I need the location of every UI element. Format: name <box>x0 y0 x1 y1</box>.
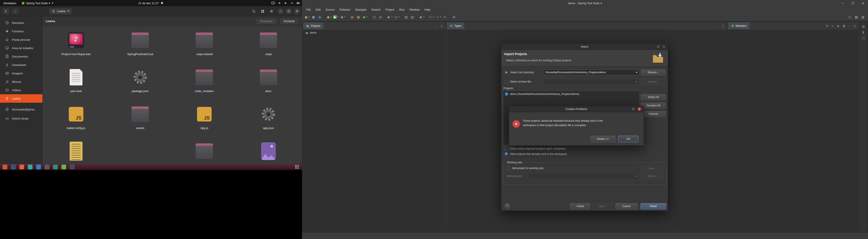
file-item[interactable]: package.json <box>113 67 168 104</box>
empty-trash-button[interactable]: Esvaziar <box>279 18 299 25</box>
maximize-icon[interactable]: ▢ <box>440 24 443 27</box>
tab-types[interactable]: Types <box>447 22 465 29</box>
menubar-item[interactable]: Edit <box>313 6 323 13</box>
menu-button[interactable] <box>268 8 275 14</box>
search-icon[interactable]: ◎ <box>378 14 383 20</box>
root-directory-combo[interactable]: /home/itai/Documentos/UniAmerica_Projeto… <box>544 69 639 75</box>
sidebar-item-lixeira[interactable]: Lixeira <box>0 94 42 103</box>
hide-fields-icon[interactable]: ▫ <box>831 24 834 27</box>
new-working-set-button[interactable]: New... <box>641 166 664 171</box>
debug-icon[interactable]: ● <box>326 14 332 20</box>
hide-existing-checkbox[interactable] <box>505 152 508 155</box>
minimize-icon[interactable]: – <box>848 24 851 27</box>
finish-button[interactable]: Finish <box>641 203 666 209</box>
cancel-button[interactable]: Cancel <box>615 203 638 209</box>
file-item[interactable]: JS babel.config.js <box>49 104 104 141</box>
back-icon[interactable]: ← <box>428 14 435 20</box>
taskbar-app-icon[interactable] <box>53 165 58 169</box>
back-button[interactable] <box>2 8 10 14</box>
new-web-project-icon[interactable]: ▧ <box>403 14 409 20</box>
taskbar-app-icon[interactable] <box>11 165 16 169</box>
save-icon[interactable]: ▦ <box>311 14 316 20</box>
hide-static-icon[interactable]: ▪ <box>837 24 840 27</box>
file-item[interactable]: node_modules <box>177 67 232 104</box>
clock-button[interactable]: 21 de dez 11:27 <box>138 0 164 6</box>
run-icon[interactable]: ▶ <box>333 14 339 20</box>
file-item[interactable]: yarn.lock <box>49 67 104 104</box>
browse-root-button[interactable]: Browse... <box>641 69 666 76</box>
refresh-button[interactable]: Refresh <box>641 111 666 117</box>
file-item[interactable]: assets <box>113 104 168 141</box>
view-toggle-button[interactable] <box>259 8 267 14</box>
ide-titlebar[interactable]: demo - Spring Tool Suite 4 <box>302 0 868 6</box>
details-button[interactable]: Details >> <box>590 136 616 142</box>
tab-members[interactable]: Members <box>728 22 750 29</box>
app-menu-button[interactable]: Spring Tool Suite 4 <box>20 0 56 6</box>
menubar-item[interactable]: Project <box>383 6 397 13</box>
select-all-button[interactable]: Select All <box>641 94 666 100</box>
new-java-project-icon[interactable]: ▤ <box>349 14 355 20</box>
sort-icon[interactable]: ⇅ <box>826 24 829 27</box>
sidebar-item-downloads[interactable]: Downloads <box>0 61 42 69</box>
maximize-icon[interactable]: ▢ <box>721 24 724 27</box>
restore-button[interactable]: Restaurar <box>256 18 277 25</box>
browse-archive-button[interactable]: Browse... <box>641 79 666 85</box>
sidebar-item-account[interactable]: liomanjate@gmai... <box>0 104 42 114</box>
new-class-icon[interactable]: ● <box>362 14 368 20</box>
menubar-item[interactable]: Refactor <box>337 6 353 13</box>
sidebar-item-documentos[interactable]: Documentos <box>0 52 42 61</box>
file-item[interactable]: .expo <box>241 30 296 67</box>
root-directory-radio[interactable] <box>505 71 508 74</box>
external-tools-icon[interactable]: ▶ <box>387 14 393 20</box>
menubar-item[interactable]: Help <box>422 6 433 13</box>
spring-dashboard-icon[interactable]: ▮ <box>862 30 865 34</box>
forward-icon[interactable]: → <box>435 14 441 20</box>
file-item[interactable] <box>241 141 296 164</box>
taskbar-app-icon[interactable] <box>70 165 74 169</box>
minimize-icon[interactable]: – <box>435 24 438 27</box>
sidebar-item-area-de-trabalho[interactable]: Área de trabalho <box>0 44 42 52</box>
select-working-set-button[interactable]: Select... <box>641 173 664 179</box>
search-button[interactable] <box>250 8 257 14</box>
maximize-button[interactable] <box>286 8 291 14</box>
fast-view-icon[interactable]: ▤ <box>862 24 865 28</box>
coverage-icon[interactable]: ▥ <box>394 14 400 20</box>
archive-file-combo[interactable] <box>544 79 639 85</box>
file-item[interactable]: JS App.js <box>177 104 232 141</box>
working-sets-combo[interactable] <box>529 173 638 179</box>
close-button[interactable] <box>858 0 868 6</box>
search-icon[interactable]: ○ <box>847 14 852 20</box>
annotation-nav-icon[interactable]: ◆ <box>418 14 425 20</box>
hide-nonpublic-icon[interactable]: ◨ <box>842 24 845 27</box>
project-list-item[interactable]: demo (/home/itai/Documentos/UniAmerica_P… <box>503 91 640 97</box>
menubar-item[interactable]: Search <box>369 6 383 13</box>
maximize-button[interactable] <box>848 0 858 6</box>
file-item[interactable]: wav Project Azul Royal.wav <box>49 30 104 67</box>
server-icon[interactable]: ▨ <box>409 14 415 20</box>
system-indicators[interactable] <box>271 0 300 6</box>
archive-file-radio[interactable] <box>505 80 508 83</box>
taskbar-app-icon[interactable] <box>28 165 32 169</box>
help-button[interactable]: ? <box>504 203 510 209</box>
ok-button[interactable]: OK <box>618 136 639 142</box>
taskbar-app-icon[interactable] <box>45 165 49 169</box>
java-browsing-perspective-icon[interactable]: ▥ <box>860 14 866 20</box>
back-button[interactable]: < Back <box>570 203 590 209</box>
sidebar-item-imagens[interactable]: Imagens <box>0 69 42 78</box>
dialog-maximize-button[interactable] <box>655 43 661 50</box>
sidebar-item-musica[interactable]: Música <box>0 78 42 86</box>
open-perspective-icon[interactable]: ▧ <box>854 14 859 20</box>
location-breadcrumb[interactable]: Lixeira <box>49 8 72 14</box>
menubar-item[interactable]: Run <box>397 6 407 13</box>
maximize-icon[interactable]: ▢ <box>853 24 856 27</box>
taskbar-app-icon[interactable] <box>20 165 24 169</box>
minimize-button[interactable] <box>837 0 848 6</box>
file-item[interactable]: app.json <box>241 104 296 141</box>
tree-item-demo[interactable]: demo <box>303 29 445 34</box>
link-with-editor-icon[interactable]: ⇄ <box>451 14 457 20</box>
file-item[interactable] <box>49 141 104 164</box>
project-checkbox[interactable] <box>505 92 508 96</box>
taskbar-app-icon[interactable] <box>61 165 66 169</box>
last-edit-icon[interactable]: ↩ <box>442 14 448 20</box>
file-item[interactable]: SpringPostmanCrud <box>113 30 168 67</box>
